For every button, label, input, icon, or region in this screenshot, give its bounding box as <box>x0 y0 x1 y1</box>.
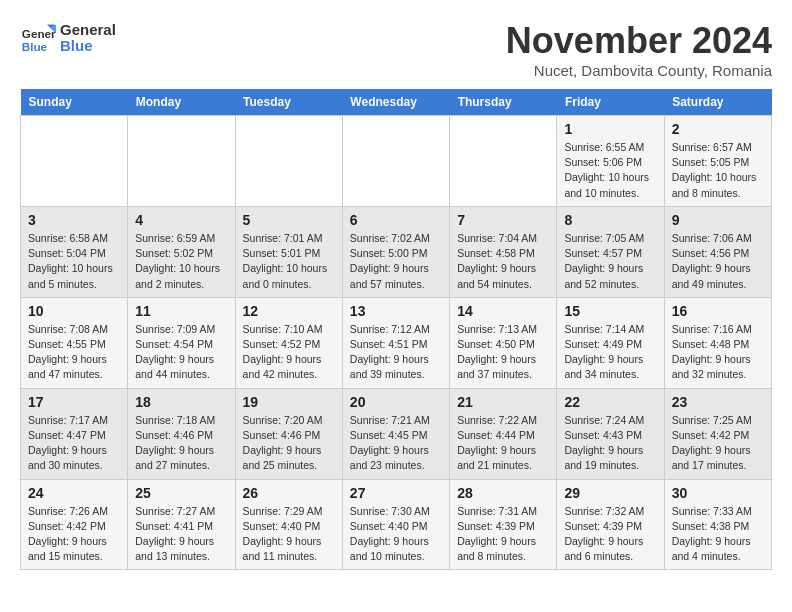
calendar-cell <box>342 116 449 207</box>
header-thursday: Thursday <box>450 89 557 116</box>
logo-icon: General Blue <box>20 20 56 56</box>
day-info: Sunrise: 7:09 AM Sunset: 4:54 PM Dayligh… <box>135 322 227 383</box>
day-info: Sunrise: 6:57 AM Sunset: 5:05 PM Dayligh… <box>672 140 764 201</box>
week-row-5: 24Sunrise: 7:26 AM Sunset: 4:42 PM Dayli… <box>21 479 772 570</box>
day-info: Sunrise: 7:04 AM Sunset: 4:58 PM Dayligh… <box>457 231 549 292</box>
logo: General Blue General Blue <box>20 20 116 56</box>
day-info: Sunrise: 7:01 AM Sunset: 5:01 PM Dayligh… <box>243 231 335 292</box>
day-info: Sunrise: 7:16 AM Sunset: 4:48 PM Dayligh… <box>672 322 764 383</box>
calendar-cell <box>450 116 557 207</box>
calendar-cell: 21Sunrise: 7:22 AM Sunset: 4:44 PM Dayli… <box>450 388 557 479</box>
week-row-1: 1Sunrise: 6:55 AM Sunset: 5:06 PM Daylig… <box>21 116 772 207</box>
day-number: 10 <box>28 303 120 319</box>
day-number: 5 <box>243 212 335 228</box>
day-number: 6 <box>350 212 442 228</box>
day-number: 16 <box>672 303 764 319</box>
day-number: 8 <box>564 212 656 228</box>
calendar-cell: 28Sunrise: 7:31 AM Sunset: 4:39 PM Dayli… <box>450 479 557 570</box>
calendar-cell <box>235 116 342 207</box>
calendar-cell: 14Sunrise: 7:13 AM Sunset: 4:50 PM Dayli… <box>450 297 557 388</box>
day-number: 13 <box>350 303 442 319</box>
week-row-2: 3Sunrise: 6:58 AM Sunset: 5:04 PM Daylig… <box>21 206 772 297</box>
day-number: 20 <box>350 394 442 410</box>
day-info: Sunrise: 7:05 AM Sunset: 4:57 PM Dayligh… <box>564 231 656 292</box>
logo-text-blue: Blue <box>60 38 116 55</box>
svg-text:Blue: Blue <box>22 40 48 53</box>
day-number: 29 <box>564 485 656 501</box>
header-sunday: Sunday <box>21 89 128 116</box>
page-header: General Blue General Blue November 2024 … <box>20 20 772 79</box>
day-info: Sunrise: 7:24 AM Sunset: 4:43 PM Dayligh… <box>564 413 656 474</box>
header-friday: Friday <box>557 89 664 116</box>
day-number: 25 <box>135 485 227 501</box>
calendar-cell: 3Sunrise: 6:58 AM Sunset: 5:04 PM Daylig… <box>21 206 128 297</box>
day-info: Sunrise: 7:02 AM Sunset: 5:00 PM Dayligh… <box>350 231 442 292</box>
header-tuesday: Tuesday <box>235 89 342 116</box>
calendar-cell: 20Sunrise: 7:21 AM Sunset: 4:45 PM Dayli… <box>342 388 449 479</box>
day-number: 3 <box>28 212 120 228</box>
day-number: 4 <box>135 212 227 228</box>
day-info: Sunrise: 7:13 AM Sunset: 4:50 PM Dayligh… <box>457 322 549 383</box>
day-number: 23 <box>672 394 764 410</box>
day-number: 9 <box>672 212 764 228</box>
day-number: 24 <box>28 485 120 501</box>
calendar-cell: 22Sunrise: 7:24 AM Sunset: 4:43 PM Dayli… <box>557 388 664 479</box>
day-number: 18 <box>135 394 227 410</box>
day-number: 28 <box>457 485 549 501</box>
day-info: Sunrise: 7:18 AM Sunset: 4:46 PM Dayligh… <box>135 413 227 474</box>
calendar-cell: 13Sunrise: 7:12 AM Sunset: 4:51 PM Dayli… <box>342 297 449 388</box>
calendar-cell: 1Sunrise: 6:55 AM Sunset: 5:06 PM Daylig… <box>557 116 664 207</box>
day-info: Sunrise: 6:59 AM Sunset: 5:02 PM Dayligh… <box>135 231 227 292</box>
day-info: Sunrise: 7:14 AM Sunset: 4:49 PM Dayligh… <box>564 322 656 383</box>
day-info: Sunrise: 7:21 AM Sunset: 4:45 PM Dayligh… <box>350 413 442 474</box>
day-info: Sunrise: 7:06 AM Sunset: 4:56 PM Dayligh… <box>672 231 764 292</box>
svg-text:General: General <box>22 27 56 40</box>
day-info: Sunrise: 7:12 AM Sunset: 4:51 PM Dayligh… <box>350 322 442 383</box>
header-saturday: Saturday <box>664 89 771 116</box>
week-row-3: 10Sunrise: 7:08 AM Sunset: 4:55 PM Dayli… <box>21 297 772 388</box>
calendar-cell: 18Sunrise: 7:18 AM Sunset: 4:46 PM Dayli… <box>128 388 235 479</box>
calendar-cell: 27Sunrise: 7:30 AM Sunset: 4:40 PM Dayli… <box>342 479 449 570</box>
day-info: Sunrise: 6:58 AM Sunset: 5:04 PM Dayligh… <box>28 231 120 292</box>
month-title: November 2024 <box>506 20 772 62</box>
calendar-cell: 30Sunrise: 7:33 AM Sunset: 4:38 PM Dayli… <box>664 479 771 570</box>
day-number: 27 <box>350 485 442 501</box>
day-info: Sunrise: 7:25 AM Sunset: 4:42 PM Dayligh… <box>672 413 764 474</box>
location-subtitle: Nucet, Dambovita County, Romania <box>506 62 772 79</box>
calendar-cell <box>21 116 128 207</box>
day-info: Sunrise: 6:55 AM Sunset: 5:06 PM Dayligh… <box>564 140 656 201</box>
calendar-cell: 4Sunrise: 6:59 AM Sunset: 5:02 PM Daylig… <box>128 206 235 297</box>
day-number: 14 <box>457 303 549 319</box>
day-number: 1 <box>564 121 656 137</box>
calendar-cell: 26Sunrise: 7:29 AM Sunset: 4:40 PM Dayli… <box>235 479 342 570</box>
calendar-header: SundayMondayTuesdayWednesdayThursdayFrid… <box>21 89 772 116</box>
day-info: Sunrise: 7:33 AM Sunset: 4:38 PM Dayligh… <box>672 504 764 565</box>
calendar-cell: 9Sunrise: 7:06 AM Sunset: 4:56 PM Daylig… <box>664 206 771 297</box>
day-number: 15 <box>564 303 656 319</box>
calendar-cell: 25Sunrise: 7:27 AM Sunset: 4:41 PM Dayli… <box>128 479 235 570</box>
day-number: 11 <box>135 303 227 319</box>
header-monday: Monday <box>128 89 235 116</box>
logo-text-general: General <box>60 22 116 39</box>
calendar-table: SundayMondayTuesdayWednesdayThursdayFrid… <box>20 89 772 570</box>
day-number: 26 <box>243 485 335 501</box>
calendar-cell: 2Sunrise: 6:57 AM Sunset: 5:05 PM Daylig… <box>664 116 771 207</box>
day-info: Sunrise: 7:27 AM Sunset: 4:41 PM Dayligh… <box>135 504 227 565</box>
calendar-cell: 24Sunrise: 7:26 AM Sunset: 4:42 PM Dayli… <box>21 479 128 570</box>
week-row-4: 17Sunrise: 7:17 AM Sunset: 4:47 PM Dayli… <box>21 388 772 479</box>
header-wednesday: Wednesday <box>342 89 449 116</box>
day-number: 21 <box>457 394 549 410</box>
day-info: Sunrise: 7:20 AM Sunset: 4:46 PM Dayligh… <box>243 413 335 474</box>
calendar-cell: 23Sunrise: 7:25 AM Sunset: 4:42 PM Dayli… <box>664 388 771 479</box>
calendar-cell: 12Sunrise: 7:10 AM Sunset: 4:52 PM Dayli… <box>235 297 342 388</box>
day-number: 17 <box>28 394 120 410</box>
day-info: Sunrise: 7:31 AM Sunset: 4:39 PM Dayligh… <box>457 504 549 565</box>
day-info: Sunrise: 7:22 AM Sunset: 4:44 PM Dayligh… <box>457 413 549 474</box>
day-number: 19 <box>243 394 335 410</box>
calendar-cell: 17Sunrise: 7:17 AM Sunset: 4:47 PM Dayli… <box>21 388 128 479</box>
day-info: Sunrise: 7:10 AM Sunset: 4:52 PM Dayligh… <box>243 322 335 383</box>
calendar-cell: 16Sunrise: 7:16 AM Sunset: 4:48 PM Dayli… <box>664 297 771 388</box>
day-info: Sunrise: 7:29 AM Sunset: 4:40 PM Dayligh… <box>243 504 335 565</box>
calendar-cell: 5Sunrise: 7:01 AM Sunset: 5:01 PM Daylig… <box>235 206 342 297</box>
day-info: Sunrise: 7:30 AM Sunset: 4:40 PM Dayligh… <box>350 504 442 565</box>
